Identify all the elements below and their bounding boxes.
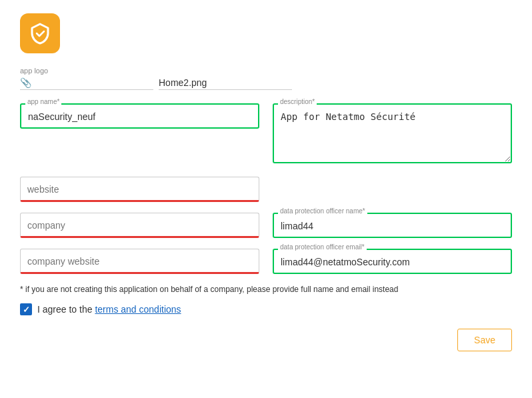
agree-label: I agree to the bbox=[37, 304, 95, 315]
dpo-name-input[interactable] bbox=[273, 213, 512, 238]
app-icon bbox=[20, 13, 60, 53]
company-input[interactable] bbox=[20, 213, 259, 238]
filename-display: Home2.png bbox=[159, 77, 292, 90]
dpo-email-group: data protection officer email* bbox=[273, 249, 512, 274]
app-logo-label: app logo bbox=[20, 67, 512, 75]
dpo-email-input[interactable] bbox=[273, 249, 512, 274]
app-name-description-row: app name* description* bbox=[20, 103, 512, 166]
dpo-name-label: data protection officer name* bbox=[278, 207, 367, 215]
notice-text: * if you are not creating this applicati… bbox=[20, 285, 512, 294]
checkmark-icon: ✓ bbox=[23, 305, 30, 314]
dpo-email-label: data protection officer email* bbox=[278, 243, 367, 251]
app-name-group: app name* bbox=[20, 103, 259, 166]
description-label: description* bbox=[278, 98, 317, 105]
company-group bbox=[20, 213, 259, 238]
attachment-icon: 📎 bbox=[20, 77, 153, 90]
website-input[interactable] bbox=[20, 177, 259, 202]
agree-text: I agree to the terms and conditions bbox=[37, 304, 181, 315]
agree-checkbox[interactable]: ✓ bbox=[20, 303, 32, 315]
company-website-group bbox=[20, 249, 259, 274]
terms-link[interactable]: terms and conditions bbox=[95, 304, 181, 315]
company-website-dpo-email-row: data protection officer email* bbox=[20, 249, 512, 274]
save-button[interactable]: Save bbox=[457, 329, 512, 351]
checkbox-row: ✓ I agree to the terms and conditions bbox=[20, 303, 512, 315]
app-logo-section: app logo 📎 Home2.png bbox=[20, 67, 512, 90]
footer-row: Save bbox=[20, 329, 512, 351]
company-website-input[interactable] bbox=[20, 249, 259, 274]
app-name-input[interactable] bbox=[20, 103, 259, 129]
description-input[interactable] bbox=[273, 103, 512, 163]
dpo-name-group: data protection officer name* bbox=[273, 213, 512, 238]
website-group bbox=[20, 177, 259, 202]
description-group: description* bbox=[273, 103, 512, 166]
company-dpo-row: data protection officer name* bbox=[20, 213, 512, 238]
website-row bbox=[20, 177, 512, 202]
app-name-label: app name* bbox=[25, 98, 61, 105]
